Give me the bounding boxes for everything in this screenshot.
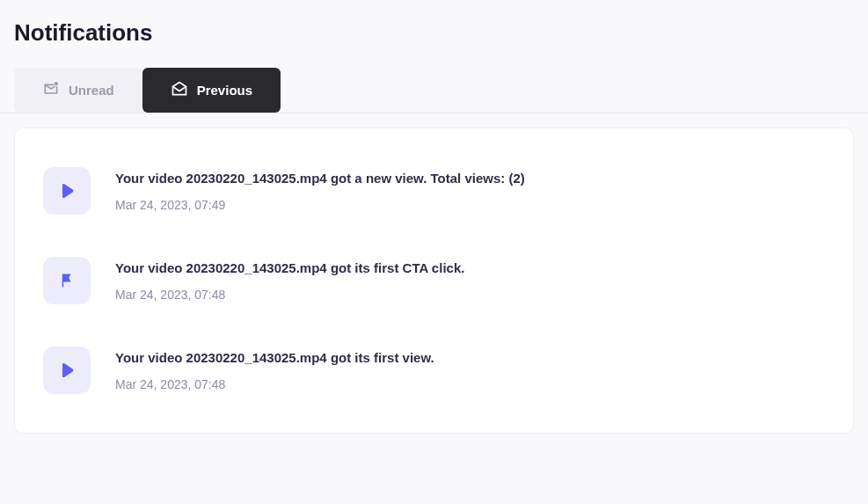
tab-previous-label: Previous [197,83,252,98]
notification-content: Your video 20230220_143025.mp4 got its f… [115,257,464,302]
play-icon [43,167,91,215]
tabs-container: Unread Previous [0,68,868,113]
notifications-list: Your video 20230220_143025.mp4 got a new… [14,128,854,434]
notification-time: Mar 24, 2023, 07:49 [115,198,525,212]
play-icon [43,347,91,394]
svg-point-0 [55,82,58,85]
mail-open-icon [171,80,188,100]
notification-message: Your video 20230220_143025.mp4 got its f… [115,348,434,367]
notification-item[interactable]: Your video 20230220_143025.mp4 got its f… [15,236,853,325]
notification-message: Your video 20230220_143025.mp4 got a new… [115,169,525,187]
notification-content: Your video 20230220_143025.mp4 got its f… [115,347,434,391]
flag-icon [43,257,91,304]
notification-time: Mar 24, 2023, 07:48 [115,377,434,391]
notification-item[interactable]: Your video 20230220_143025.mp4 got its f… [15,325,853,415]
page-title: Notifications [0,0,868,68]
tab-unread-label: Unread [69,83,114,98]
notification-content: Your video 20230220_143025.mp4 got a new… [115,167,525,212]
notification-item[interactable]: Your video 20230220_143025.mp4 got a new… [15,146,853,236]
notification-message: Your video 20230220_143025.mp4 got its f… [115,259,464,277]
notification-time: Mar 24, 2023, 07:48 [115,288,464,302]
tab-unread[interactable]: Unread [14,68,142,113]
tab-previous[interactable]: Previous [142,68,281,113]
mail-unread-icon [42,80,60,100]
